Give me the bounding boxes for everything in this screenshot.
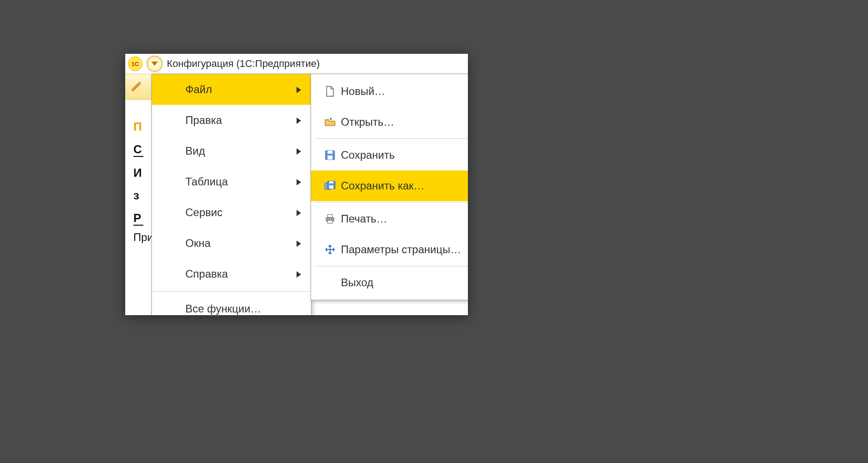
menu-separator — [152, 291, 311, 292]
save-icon — [319, 149, 341, 161]
window-title: Конфигурация (1С:Предприятие) — [167, 58, 320, 70]
svg-marker-0 — [151, 61, 158, 66]
file-submenu: Новый…Ctrl+NОткрыть…Ctrl+OСохранитьCtrl+… — [311, 74, 468, 300]
submenu-separator — [315, 202, 468, 203]
submenu-item-label: Параметры страницы… — [341, 243, 468, 256]
main-menu: ФайлПравкаВидТаблицаСервисОкнаСправкаВсе… — [151, 74, 311, 315]
app-logo-icon: 1C — [128, 57, 142, 71]
submenu-item-6[interactable]: Выход — [311, 267, 468, 298]
submenu-item-5[interactable]: Параметры страницы… — [311, 234, 468, 265]
submenu-separator — [315, 266, 468, 266]
submenu-item-1[interactable]: Открыть…Ctrl+O — [311, 107, 468, 137]
menu-item-вид[interactable]: Вид — [152, 136, 311, 166]
submenu-item-label: Сохранить как… — [341, 180, 468, 192]
submenu-arrow-icon — [297, 206, 301, 219]
submenu-separator — [315, 138, 468, 139]
submenu-item-label: Печать… — [341, 213, 468, 225]
submenu-item-label: Новый… — [341, 85, 468, 98]
menu-item-правка[interactable]: Правка — [152, 105, 311, 136]
titlebar: 1C Конфигурация (1С:Предприятие) — [125, 54, 468, 74]
submenu-item-shortcut: Ctrl+O — [467, 116, 468, 128]
submenu-item-label: Сохранить — [341, 149, 468, 161]
toolbar-icon[interactable] — [131, 80, 143, 93]
menu-item-справка[interactable]: Справка — [152, 259, 311, 289]
menu-item-all-functions[interactable]: Все функции… — [152, 293, 311, 315]
menu-item-файл[interactable]: Файл — [152, 74, 311, 105]
submenu-arrow-icon — [297, 268, 301, 280]
submenu-item-0[interactable]: Новый…Ctrl+N — [311, 76, 468, 107]
svg-rect-10 — [328, 156, 333, 160]
svg-marker-4 — [297, 179, 301, 185]
menu-item-таблица[interactable]: Таблица — [152, 166, 311, 197]
svg-marker-3 — [297, 148, 301, 155]
submenu-item-label: Выход — [341, 276, 468, 289]
menu-item-label: Вид — [185, 145, 205, 157]
svg-rect-16 — [328, 214, 333, 217]
print-icon — [319, 213, 341, 225]
folder-open-icon — [319, 116, 341, 128]
menu-item-label: Окна — [185, 237, 211, 250]
menu-item-label: Файл — [185, 83, 212, 96]
submenu-arrow-icon — [297, 145, 301, 157]
page-setup-icon — [319, 244, 341, 255]
submenu-arrow-icon — [297, 175, 301, 188]
svg-marker-2 — [297, 118, 301, 124]
submenu-item-4[interactable]: Печать…Ctrl+P — [311, 203, 468, 234]
svg-marker-6 — [297, 241, 301, 247]
submenu-item-3[interactable]: Сохранить как… — [311, 170, 468, 201]
menu-item-окна[interactable]: Окна — [152, 228, 311, 259]
menu-item-сервис[interactable]: Сервис — [152, 197, 311, 228]
svg-marker-7 — [297, 271, 301, 278]
svg-rect-14 — [329, 185, 333, 189]
submenu-arrow-icon — [297, 237, 301, 250]
menu-item-label: Сервис — [185, 206, 222, 219]
app-window: 1C Конфигурация (1С:Предприятие) П С И з… — [125, 54, 468, 315]
submenu-item-2[interactable]: СохранитьCtrl+S — [311, 140, 468, 170]
submenu-arrow-icon — [297, 83, 301, 96]
svg-marker-5 — [297, 210, 301, 216]
svg-rect-13 — [329, 181, 333, 184]
menu-item-label: Правка — [185, 114, 222, 127]
save-as-icon — [319, 180, 341, 192]
submenu-arrow-icon — [297, 114, 301, 127]
menu-item-label: Таблица — [185, 175, 228, 188]
svg-rect-17 — [328, 220, 333, 223]
svg-marker-1 — [297, 87, 301, 93]
main-menu-dropdown-button[interactable] — [147, 56, 162, 71]
menu-item-label: Все функции… — [185, 302, 261, 315]
submenu-item-label: Открыть… — [341, 116, 467, 128]
svg-rect-9 — [328, 151, 333, 154]
menu-item-label: Справка — [185, 268, 228, 280]
file-new-icon — [319, 85, 341, 97]
